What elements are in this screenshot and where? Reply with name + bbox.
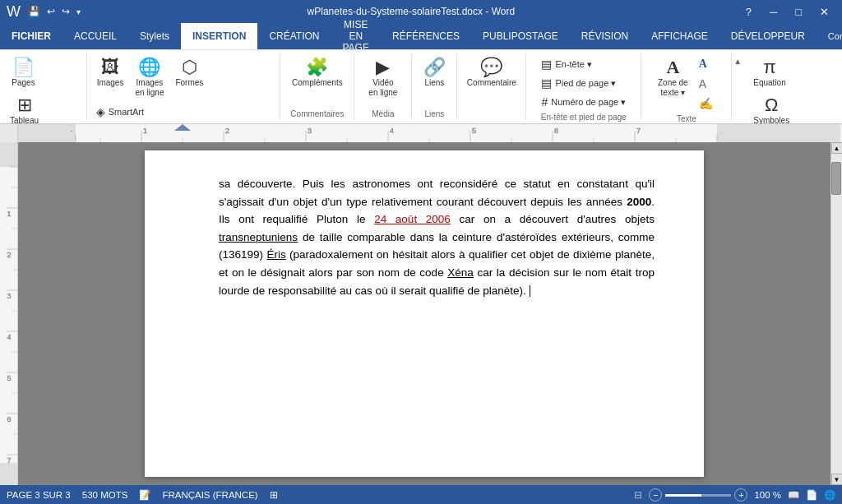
images-en-ligne-button[interactable]: 🌐 Imagesen ligne xyxy=(130,55,169,101)
ligne-signature-button[interactable]: ✍ xyxy=(695,95,720,113)
status-right: ⊟ − + 100 % 📖 📄 🌐 xyxy=(634,488,835,502)
equation-icon: π xyxy=(763,58,775,76)
scroll-track[interactable] xyxy=(831,154,842,474)
svg-rect-2 xyxy=(717,124,840,142)
images-button[interactable]: 🖼 Images xyxy=(92,55,129,91)
zone-texte-button[interactable]: A Zone detexte ▾ xyxy=(653,55,693,101)
view-print-icon[interactable]: 📄 xyxy=(806,489,817,501)
zoom-level[interactable]: 100 % xyxy=(754,490,781,500)
track-changes-icon[interactable]: ⊞ xyxy=(270,489,278,501)
tab-references[interactable]: RÉFÉRENCES xyxy=(381,23,471,49)
liens-label: Liens xyxy=(424,78,444,88)
status-bar: PAGE 3 SUR 3 530 MOTS 📝 FRANÇAIS (FRANCE… xyxy=(0,485,842,504)
smartart-label: SmartArt xyxy=(109,107,144,117)
zoom-slider[interactable]: − + 100 % xyxy=(649,488,781,502)
quick-access-more-button[interactable]: ▾ xyxy=(74,6,83,18)
group-complements: 🧩 Compléments Commentaires xyxy=(280,53,354,120)
zoom-in-button[interactable]: + xyxy=(734,488,747,502)
images-en-ligne-label: Imagesen ligne xyxy=(135,78,164,98)
tab-affichage[interactable]: AFFICHAGE xyxy=(640,23,719,49)
scroll-down-button[interactable]: ▼ xyxy=(831,474,843,485)
redo-button[interactable]: ↪ xyxy=(59,4,72,19)
word-logo-icon: W xyxy=(7,3,21,21)
svg-text:4: 4 xyxy=(7,333,11,341)
svg-text:7: 7 xyxy=(636,127,641,135)
tab-publipostage[interactable]: PUBLIPOSTAGE xyxy=(471,23,570,49)
svg-rect-1 xyxy=(18,124,76,142)
formes-icon: ⬡ xyxy=(182,58,197,76)
wordart-button[interactable]: A xyxy=(695,55,720,73)
eris-text: Éris xyxy=(266,248,285,261)
ruler-vertical: 1 2 3 4 5 6 7 xyxy=(0,142,18,485)
pages-icon: 📄 xyxy=(12,58,35,76)
spell-check-icon[interactable]: 📝 xyxy=(139,489,150,501)
view-web-icon[interactable]: 🌐 xyxy=(824,489,835,501)
tab-mise-en-page[interactable]: MISE EN PAGE xyxy=(331,23,381,49)
tab-stylets[interactable]: Stylets xyxy=(128,23,181,49)
xena-text: Xéna xyxy=(447,266,474,279)
group-tableaux: 📄 Pages ⊞ Tableau Tableaux xyxy=(0,53,87,120)
en-tete-label: En-tête ▾ xyxy=(555,59,592,70)
complements-label: Compléments xyxy=(292,78,343,88)
group-commentaire-label xyxy=(462,117,520,118)
status-left: PAGE 3 SUR 3 530 MOTS 📝 FRANÇAIS (FRANCE… xyxy=(7,489,278,501)
group-liens-label: Liens xyxy=(417,108,451,118)
title-bar-controls: ? ─ □ ✕ xyxy=(739,4,835,20)
help-button[interactable]: ? xyxy=(739,4,758,20)
en-tete-button[interactable]: ▤ En-tête ▾ xyxy=(537,55,630,73)
pages-button[interactable]: 📄 Pages xyxy=(5,55,42,91)
svg-rect-30 xyxy=(0,142,18,167)
group-media-items: ▶ Vidéoen ligne xyxy=(363,55,402,108)
smartart-button[interactable]: ◈ SmartArt xyxy=(92,103,160,121)
tab-developpeur[interactable]: DÉVELOPPEUR xyxy=(719,23,817,49)
lettrine-button[interactable]: A xyxy=(695,75,720,93)
save-button[interactable]: 💾 xyxy=(25,4,43,19)
commentaire-button[interactable]: 💬 Commentaire xyxy=(462,55,521,91)
complements-icon: 🧩 xyxy=(306,58,328,76)
svg-text:2: 2 xyxy=(225,127,229,135)
scroll-thumb[interactable] xyxy=(831,162,841,195)
view-read-icon[interactable]: 📖 xyxy=(788,489,799,501)
word-count[interactable]: 530 MOTS xyxy=(82,490,128,500)
video-en-ligne-button[interactable]: ▶ Vidéoen ligne xyxy=(363,55,402,101)
language[interactable]: FRANÇAIS (FRANCE) xyxy=(162,490,257,500)
minimize-button[interactable]: ─ xyxy=(763,4,784,20)
tab-accueil[interactable]: ACCUEIL xyxy=(62,23,128,49)
close-button[interactable]: ✕ xyxy=(813,4,835,20)
zoom-out-button[interactable]: − xyxy=(649,488,662,502)
liens-button[interactable]: 🔗 Liens xyxy=(418,55,451,91)
numero-page-button[interactable]: # Numéro de page ▾ xyxy=(537,93,630,111)
tab-revision[interactable]: RÉVISION xyxy=(570,23,640,49)
undo-button[interactable]: ↩ xyxy=(44,4,58,19)
ribbon-collapse[interactable]: ▲ xyxy=(732,53,743,120)
video-en-ligne-icon: ▶ xyxy=(376,58,390,76)
group-texte-items: A Zone detexte ▾ A A ✍ xyxy=(653,55,720,113)
formes-button[interactable]: ⬡ Formes xyxy=(170,55,208,91)
scrollbar-vertical[interactable]: ▲ ▼ xyxy=(830,142,842,485)
ribbon-collapse-button[interactable]: ▲ xyxy=(733,57,742,66)
page-count[interactable]: PAGE 3 SUR 3 xyxy=(7,490,71,500)
tab-creation[interactable]: CRÉATION xyxy=(257,23,331,49)
restore-button[interactable]: □ xyxy=(789,4,808,20)
images-label: Images xyxy=(97,78,124,88)
complements-button[interactable]: 🧩 Compléments xyxy=(287,55,348,91)
numero-page-label: Numéro de page ▾ xyxy=(551,97,626,108)
document-area[interactable]: sa découverte. Puis les astronomes ont r… xyxy=(18,142,830,485)
tab-fichier[interactable]: FICHIER xyxy=(0,23,62,49)
equation-label: Équation xyxy=(753,78,785,88)
equation-button[interactable]: π Équation xyxy=(748,55,790,91)
svg-text:·: · xyxy=(71,127,73,135)
images-en-ligne-icon: 🌐 xyxy=(138,58,160,76)
svg-text:1: 1 xyxy=(143,127,147,135)
pied-de-page-button[interactable]: ▤ Pied de page ▾ xyxy=(537,74,630,92)
zoom-bar xyxy=(665,494,731,497)
en-tete-icon: ▤ xyxy=(541,58,552,71)
group-commentaire: 💬 Commentaire xyxy=(457,53,526,120)
scroll-up-button[interactable]: ▲ xyxy=(831,142,843,154)
tab-connect[interactable]: Conne... xyxy=(817,23,842,49)
document-text[interactable]: sa découverte. Puis les astronomes ont r… xyxy=(219,175,655,299)
group-entete: ▤ En-tête ▾ ▤ Pied de page ▾ # Numéro de… xyxy=(526,53,641,120)
group-media: ▶ Vidéoen ligne Média xyxy=(354,53,412,120)
ruler-area: · 1 2 3 4 5 6 7 xyxy=(0,124,842,142)
tab-insertion[interactable]: INSERTION xyxy=(181,23,257,49)
